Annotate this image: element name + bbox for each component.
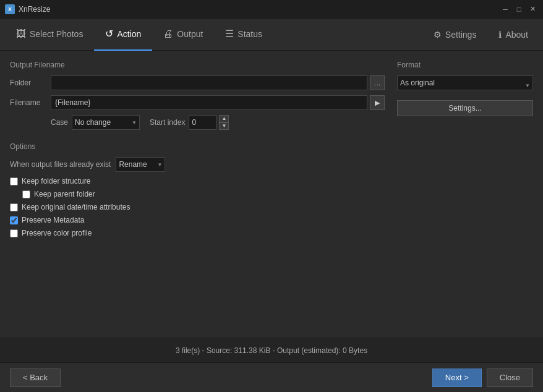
keep-datetime-label: Keep original date/time attributes bbox=[22, 203, 130, 211]
filename-label: Filename bbox=[10, 98, 47, 107]
close-window-button[interactable]: ✕ bbox=[527, 4, 538, 15]
bottom-right-buttons: Next > Close bbox=[432, 369, 533, 387]
next-button[interactable]: Next > bbox=[432, 369, 482, 387]
start-index-field: Start index ▲ ▼ bbox=[150, 115, 229, 130]
options-section: Options When output files already exist … bbox=[10, 142, 385, 237]
preserve-metadata-checkbox[interactable] bbox=[10, 216, 18, 224]
window-controls: ─ □ ✕ bbox=[500, 4, 538, 15]
about-icon: ℹ bbox=[498, 30, 502, 40]
title-bar: X XnResize ─ □ ✕ bbox=[0, 0, 543, 19]
format-select-wrap: As original bbox=[397, 75, 533, 95]
about-label: About bbox=[505, 30, 528, 40]
action-icon: ↺ bbox=[105, 28, 113, 40]
tab-action-label: Action bbox=[117, 29, 141, 39]
nav-bar: 🖼 Select Photos ↺ Action 🖨 Output ☰ Stat… bbox=[0, 19, 543, 51]
format-title: Format bbox=[397, 61, 533, 69]
tab-select-photos-label: Select Photos bbox=[30, 29, 83, 39]
browse-button[interactable]: … bbox=[370, 75, 385, 90]
status-icon: ☰ bbox=[225, 28, 234, 40]
start-index-label: Start index bbox=[150, 118, 185, 127]
format-section: Format As original Settings... bbox=[397, 61, 533, 116]
maximize-button[interactable]: □ bbox=[513, 4, 524, 15]
keep-parent-folder-label: Keep parent folder bbox=[34, 190, 95, 198]
select-photos-icon: 🖼 bbox=[16, 28, 26, 40]
when-output-select[interactable]: Rename bbox=[116, 157, 165, 172]
folder-input-wrap: … bbox=[51, 75, 385, 90]
bottom-bar: < Back Next > Close bbox=[0, 362, 543, 392]
nav-right: ⚙ Settings ℹ About bbox=[429, 27, 533, 42]
status-text: 3 file(s) - Source: 311.38 KiB - Output … bbox=[176, 346, 367, 355]
nav-tabs: 🖼 Select Photos ↺ Action 🖨 Output ☰ Stat… bbox=[5, 19, 429, 51]
filename-input-wrap: {Filename} ▶ bbox=[51, 95, 385, 110]
status-bar: 3 file(s) - Source: 311.38 KiB - Output … bbox=[0, 338, 543, 362]
when-output-label: When output files already exist bbox=[10, 160, 111, 169]
preserve-color-profile-row: Preserve color profile bbox=[10, 229, 385, 237]
close-button[interactable]: Close bbox=[487, 369, 533, 387]
tab-status[interactable]: ☰ Status bbox=[214, 19, 273, 51]
format-settings-button[interactable]: Settings... bbox=[397, 100, 533, 116]
keep-parent-folder-row: Keep parent folder bbox=[10, 190, 385, 198]
case-label: Case bbox=[51, 118, 68, 127]
case-field: Case No change bbox=[51, 115, 140, 130]
case-select-wrap: No change bbox=[72, 115, 140, 130]
folder-label: Folder bbox=[10, 79, 47, 87]
settings-button[interactable]: ⚙ Settings bbox=[429, 27, 482, 42]
filename-row: Filename {Filename} ▶ bbox=[10, 95, 385, 110]
preserve-metadata-row: Preserve Metadata bbox=[10, 216, 385, 224]
settings-label: Settings bbox=[445, 30, 477, 40]
minimize-button[interactable]: ─ bbox=[500, 4, 511, 15]
right-panel: Format As original Settings... bbox=[397, 61, 533, 328]
output-icon: 🖨 bbox=[163, 28, 173, 40]
when-output-row: When output files already exist Rename bbox=[10, 157, 385, 172]
case-startindex-row: Case No change Start index ▲ ▼ bbox=[10, 115, 385, 130]
start-index-input[interactable] bbox=[189, 115, 216, 130]
preserve-color-profile-label: Preserve color profile bbox=[22, 229, 92, 237]
tab-output[interactable]: 🖨 Output bbox=[152, 19, 214, 51]
options-title: Options bbox=[10, 142, 385, 151]
output-filename-title: Output Filename bbox=[10, 61, 385, 69]
keep-folder-structure-checkbox[interactable] bbox=[10, 177, 18, 185]
main-content: Output Filename Folder … Filename {Filen… bbox=[0, 51, 543, 338]
start-index-up[interactable]: ▲ bbox=[219, 115, 229, 122]
back-button[interactable]: < Back bbox=[10, 369, 61, 387]
settings-icon: ⚙ bbox=[434, 30, 442, 40]
preserve-metadata-label: Preserve Metadata bbox=[22, 216, 84, 224]
tab-action[interactable]: ↺ Action bbox=[94, 19, 152, 51]
filename-input[interactable]: {Filename} bbox=[51, 95, 367, 110]
start-index-wrap: ▲ ▼ bbox=[189, 115, 229, 130]
app-title: XnResize bbox=[19, 5, 496, 14]
start-index-down[interactable]: ▼ bbox=[219, 122, 229, 130]
preserve-color-profile-checkbox[interactable] bbox=[10, 229, 18, 237]
format-select[interactable]: As original bbox=[397, 75, 533, 90]
tab-status-label: Status bbox=[237, 29, 262, 39]
keep-folder-structure-label: Keep folder structure bbox=[22, 177, 90, 185]
tab-select-photos[interactable]: 🖼 Select Photos bbox=[5, 19, 94, 51]
keep-datetime-checkbox[interactable] bbox=[10, 203, 18, 211]
keep-folder-structure-row: Keep folder structure bbox=[10, 177, 385, 185]
tab-output-label: Output bbox=[177, 29, 203, 39]
folder-row: Folder … bbox=[10, 75, 385, 90]
filename-arrow-button[interactable]: ▶ bbox=[370, 95, 385, 110]
about-button[interactable]: ℹ About bbox=[494, 27, 533, 42]
when-output-select-wrap: Rename bbox=[116, 157, 165, 172]
app-icon: X bbox=[5, 4, 15, 14]
start-index-spinners: ▲ ▼ bbox=[219, 115, 229, 130]
folder-input[interactable] bbox=[51, 75, 367, 90]
left-panel: Output Filename Folder … Filename {Filen… bbox=[10, 61, 385, 328]
keep-parent-folder-checkbox[interactable] bbox=[22, 190, 30, 198]
case-select[interactable]: No change bbox=[72, 115, 140, 130]
keep-datetime-row: Keep original date/time attributes bbox=[10, 203, 385, 211]
